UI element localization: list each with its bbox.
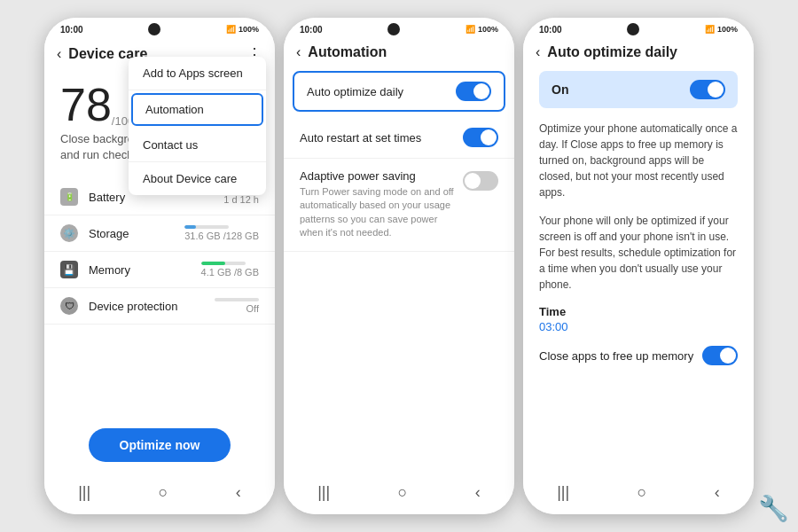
adaptive-power-text: Adaptive power saving Turn Power saving …	[300, 169, 463, 240]
battery-1: 100%	[239, 25, 259, 34]
notch-1	[148, 23, 160, 35]
storage-label: Storage	[89, 227, 184, 240]
dropdown-item-3[interactable]: About Device care	[129, 162, 266, 195]
time-section: Time 03:00	[539, 305, 738, 333]
protection-value: Off	[215, 298, 259, 314]
auto-opt-section: On Optimize your phone automatically onc…	[523, 66, 754, 474]
status-bar-2: 10:00 📶 100%	[284, 18, 514, 37]
close-apps-row: Close apps to free up memory	[539, 346, 738, 365]
notch-3	[627, 23, 639, 35]
desc-text-1: Optimize your phone automatically once a…	[539, 121, 738, 200]
status-icons-1: 📶 100%	[226, 25, 259, 34]
status-icons-2: 📶 100%	[466, 25, 498, 34]
page-title-3: Auto optimize daily	[547, 44, 741, 60]
time-3: 10:00	[539, 25, 562, 35]
auto-optimize-item[interactable]: Auto optimize daily	[293, 71, 505, 112]
score-value: 78	[60, 82, 112, 128]
bottom-nav-3: ||| ○ ‹	[523, 474, 754, 514]
page-title-2: Automation	[308, 44, 502, 60]
time-2: 10:00	[300, 25, 323, 35]
storage-icon: ⚙️	[60, 224, 78, 242]
optimize-button[interactable]: Optimize now	[89, 428, 231, 462]
close-apps-toggle[interactable]	[702, 346, 738, 365]
on-label: On	[552, 82, 568, 97]
recent-apps-button-2[interactable]: |||	[317, 483, 330, 502]
list-item-storage[interactable]: ⚙️ Storage 31.6 GB /128 GB	[44, 215, 275, 252]
list-item-memory[interactable]: 💾 Memory 4.1 GB /8 GB	[44, 252, 275, 288]
memory-value: 4.1 GB /8 GB	[201, 262, 259, 278]
automation-list: Auto optimize daily Auto restart at set …	[284, 66, 514, 474]
auto-restart-text: Auto restart at set times	[300, 131, 463, 145]
bottom-nav-1: ||| ○ ‹	[44, 474, 275, 514]
protection-icon: 🛡	[60, 297, 78, 315]
adaptive-power-title: Adaptive power saving	[300, 169, 463, 183]
signal-3: 📶	[705, 25, 715, 34]
auto-optimize-title: Auto optimize daily	[307, 85, 456, 98]
list-item-protection[interactable]: 🛡 Device protection Off	[44, 288, 275, 325]
on-row: On	[539, 71, 738, 108]
bottom-nav-2: ||| ○ ‹	[284, 474, 514, 514]
phone2: 10:00 📶 100% ‹ Automation Auto optimize …	[284, 18, 514, 514]
home-button-2[interactable]: ○	[398, 483, 408, 502]
on-toggle[interactable]	[690, 80, 725, 99]
back-nav-button-1[interactable]: ‹	[236, 483, 241, 502]
adaptive-power-item[interactable]: Adaptive power saving Turn Power saving …	[284, 159, 514, 252]
items-list: 🔋 Battery 1 d 12 h ⚙️ Storage 31.6 GB /1…	[44, 170, 275, 419]
back-button-1[interactable]: ‹	[57, 46, 61, 62]
status-bar-1: 10:00 📶 100%	[44, 18, 275, 37]
adaptive-power-desc: Turn Power saving mode on and off automa…	[300, 185, 463, 240]
storage-value: 31.6 GB /128 GB	[184, 225, 259, 241]
signal-2: 📶	[466, 25, 475, 34]
adaptive-power-toggle[interactable]	[463, 171, 498, 191]
phone3: 10:00 📶 100% ‹ Auto optimize daily On Op…	[523, 18, 754, 514]
time-value[interactable]: 03:00	[539, 320, 738, 333]
auto-restart-toggle[interactable]	[463, 128, 498, 147]
battery-icon: 🔋	[60, 188, 78, 206]
desc-text-2: Your phone will only be optimized if you…	[539, 213, 738, 293]
back-button-2[interactable]: ‹	[296, 44, 301, 60]
status-bar-3: 10:00 📶 100%	[523, 18, 754, 37]
signal-1: 📶	[226, 25, 236, 34]
time-label: Time	[539, 305, 738, 318]
phone1: 10:00 📶 100% ‹ Device care ⋮ 78/100 Clos…	[44, 18, 275, 514]
protection-label: Device protection	[89, 300, 215, 313]
auto-optimize-text: Auto optimize daily	[307, 85, 456, 98]
memory-icon: 💾	[60, 261, 78, 278]
dropdown-item-0[interactable]: Add to Apps screen	[129, 57, 266, 90]
auto-restart-title: Auto restart at set times	[300, 131, 463, 145]
top-nav-3: ‹ Auto optimize daily	[523, 37, 754, 66]
battery-2: 100%	[478, 25, 498, 34]
dropdown-menu: Add to Apps screen Automation Contact us…	[129, 57, 266, 195]
home-button-1[interactable]: ○	[159, 483, 168, 502]
dropdown-item-2[interactable]: Contact us	[129, 129, 266, 162]
back-nav-button-3[interactable]: ‹	[715, 483, 720, 502]
back-button-3[interactable]: ‹	[536, 44, 540, 60]
back-nav-button-2[interactable]: ‹	[475, 483, 481, 502]
close-apps-label: Close apps to free up memory	[539, 349, 693, 363]
time-1: 10:00	[60, 25, 83, 35]
status-icons-3: 📶 100%	[705, 25, 738, 34]
dropdown-item-1[interactable]: Automation	[131, 93, 263, 126]
recent-apps-button-1[interactable]: |||	[78, 483, 90, 502]
watermark-icon: 🔧	[758, 494, 789, 523]
battery-3: 100%	[717, 25, 738, 34]
memory-label: Memory	[89, 263, 201, 277]
auto-restart-item[interactable]: Auto restart at set times	[284, 117, 514, 159]
notch-2	[387, 23, 400, 35]
top-nav-2: ‹ Automation	[284, 37, 514, 66]
home-button-3[interactable]: ○	[638, 483, 647, 502]
recent-apps-button-3[interactable]: |||	[557, 483, 569, 502]
auto-optimize-toggle[interactable]	[456, 82, 491, 101]
